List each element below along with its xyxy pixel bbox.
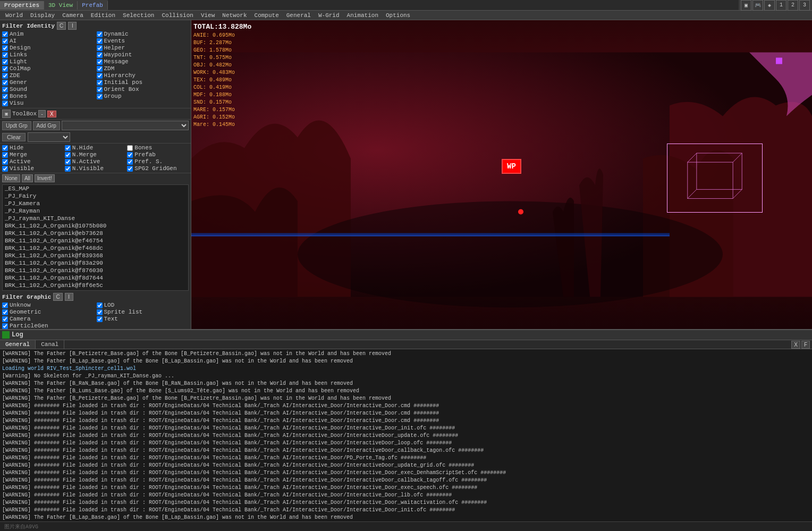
log-x-btn[interactable]: X — [791, 341, 800, 349]
menu-general[interactable]: General — [283, 12, 314, 19]
tab-prefab[interactable]: Prefab — [78, 1, 108, 10]
filter-identity-c-btn[interactable]: C — [57, 22, 66, 30]
toolbar-icon-4[interactable]: 1 — [776, 0, 786, 11]
check-spritelist[interactable]: Sprite list — [97, 309, 189, 315]
tab-properties[interactable]: Properties — [0, 1, 44, 10]
check-nhide[interactable]: N.Hide — [65, 145, 126, 151]
viewport[interactable]: TOTAL:13.828Mo ANIE: 0.695Mo BUF: 2.287M… — [191, 20, 812, 329]
check-design[interactable]: Design — [2, 45, 95, 51]
menu-network[interactable]: Network — [219, 12, 250, 19]
menu-edition[interactable]: Edition — [88, 12, 119, 19]
check-dynamic[interactable]: Dynamic — [97, 31, 189, 37]
check-visu[interactable]: Visu — [2, 100, 95, 106]
menu-selection[interactable]: Selection — [120, 12, 157, 19]
menu-compute[interactable]: Compute — [251, 12, 282, 19]
add-grp-btn[interactable]: Add Grp — [33, 121, 60, 130]
check-lod[interactable]: LOD — [97, 302, 189, 308]
check-light[interactable]: Light — [2, 58, 95, 65]
menu-options[interactable]: Options — [383, 12, 413, 19]
toolbar-icon-2[interactable]: 🎮 — [752, 0, 763, 11]
list-item-pjfairy[interactable]: _PJ_Fairy — [3, 192, 188, 200]
check-bones[interactable]: Bones — [2, 93, 95, 99]
check-bones-vis[interactable]: Bones — [127, 145, 189, 151]
log-tab-canal[interactable]: Canal — [36, 340, 64, 349]
toolbar-icon-1[interactable]: ▣ — [741, 0, 751, 11]
check-orientbox[interactable]: Orient Box — [97, 86, 189, 92]
updt-grp-btn[interactable]: Updt Grp — [2, 121, 31, 130]
toolbox-minus-btn[interactable]: - — [38, 110, 46, 117]
check-events[interactable]: Events — [97, 38, 189, 44]
second-menubar: World Display Camera Edition Selection C… — [0, 11, 812, 20]
check-gener[interactable]: Gener — [2, 79, 95, 86]
check-unknow[interactable]: Unknow — [2, 302, 95, 308]
check-merge[interactable]: Merge — [2, 151, 64, 158]
list-item-brk7[interactable]: BRK_11_102_A_Organik@f876030 — [3, 267, 188, 274]
check-group[interactable]: Group — [97, 93, 189, 99]
list-item-brk1[interactable]: BRK_11_102_A_Organik@1075b080 — [3, 222, 188, 230]
check-links[interactable]: Links — [2, 52, 95, 58]
options-dropdown[interactable] — [28, 132, 70, 142]
list-item-brk6[interactable]: BRK_11_102_A_Organik@f83a290 — [3, 259, 188, 267]
check-hierarchy[interactable]: Hierarchy — [97, 72, 189, 79]
toolbar-icon-6[interactable]: 3 — [799, 0, 810, 11]
list-item-brk10[interactable]: BRK_11_102_A_Organik@f8f6f6c — [3, 289, 188, 291]
check-sound[interactable]: Sound — [2, 86, 95, 92]
check-message[interactable]: Message — [97, 58, 189, 65]
check-camera[interactable]: Camera — [2, 316, 95, 322]
menu-camera[interactable]: Camera — [59, 12, 87, 19]
menu-world[interactable]: World — [2, 12, 26, 19]
check-spg2[interactable]: SPG2 GridGen — [127, 165, 189, 172]
check-hide[interactable]: Hide — [2, 145, 64, 151]
menu-collision[interactable]: Collision — [158, 12, 196, 19]
group-select[interactable] — [62, 121, 189, 130]
check-helper[interactable]: Helper — [97, 45, 189, 51]
list-item-brk3[interactable]: BRK_11_102_A_Organik@ef46754 — [3, 237, 188, 245]
log-content[interactable]: [WARNING] The Father [B_Petizetre_Base.g… — [0, 349, 812, 531]
check-nmerge[interactable]: N.Merge — [65, 151, 126, 158]
filter-graphic-c-btn[interactable]: C — [53, 293, 62, 301]
list-item-brk4[interactable]: BRK_11_102_A_Organik@ef468dc — [3, 245, 188, 252]
toolbar-icon-3[interactable]: ◈ — [764, 0, 775, 11]
toolbox-x-btn[interactable]: X — [47, 111, 56, 117]
tab-3dview[interactable]: 3D View — [44, 1, 78, 10]
list-item-pjkamera[interactable]: _PJ_Kamera — [3, 200, 188, 207]
log-tab-general[interactable]: General — [0, 340, 36, 349]
log-f-btn[interactable]: F — [801, 341, 810, 349]
menu-wgrid[interactable]: W-Grid — [315, 12, 343, 19]
list-item-esmap[interactable]: _ES_MAP — [3, 185, 188, 192]
check-colmap[interactable]: ColMap — [2, 65, 95, 72]
none-btn[interactable]: None — [2, 174, 20, 182]
check-geometric[interactable]: Geometric — [2, 309, 95, 315]
list-item-brk2[interactable]: BRK_11_102_A_Organik@eb73628 — [3, 230, 188, 237]
check-anim[interactable]: Anim — [2, 31, 95, 37]
filter-graphic-i-btn[interactable]: I — [65, 293, 73, 301]
check-particlegen[interactable]: ParticleGen — [2, 323, 95, 329]
check-active[interactable]: Active — [2, 158, 64, 165]
toolbar-icon-5[interactable]: 2 — [788, 0, 798, 11]
all-btn[interactable]: All — [22, 174, 33, 182]
check-prefs[interactable]: Pref. S. — [127, 158, 189, 165]
objects-list[interactable]: _ES_MAP _PJ_Fairy _PJ_Kamera _PJ_Rayman … — [2, 184, 189, 291]
check-text[interactable]: Text — [97, 316, 189, 322]
menu-view[interactable]: View — [198, 12, 218, 19]
clear-btn[interactable]: Clear — [2, 133, 26, 141]
list-item-pjrayman[interactable]: _PJ_Rayman — [3, 207, 188, 215]
check-nactive[interactable]: N.Active — [65, 158, 126, 165]
filter-identity-i-btn[interactable]: I — [68, 22, 77, 30]
check-initialpos[interactable]: Initial pos — [97, 79, 189, 86]
check-visible[interactable]: Visible — [2, 165, 64, 172]
invert-btn[interactable]: Invert! — [35, 174, 55, 182]
list-item-brk8[interactable]: BRK_11_102_A_Organik@f8d7644 — [3, 274, 188, 282]
list-item-brk5[interactable]: BRK_11_102_A_Organik@f839368 — [3, 252, 188, 259]
check-ai[interactable]: AI — [2, 38, 95, 44]
list-item-pjraymankitdanse[interactable]: _PJ_rayman_KIT_Danse — [3, 215, 188, 222]
log-line-15: [WARNING] ######## File loaded in trash … — [2, 454, 810, 462]
menu-display[interactable]: Display — [27, 12, 58, 19]
check-zdm[interactable]: ZDM — [97, 65, 189, 72]
menu-animation[interactable]: Animation — [344, 12, 382, 19]
check-prefab[interactable]: Prefab — [127, 151, 189, 158]
list-item-brk9[interactable]: BRK_11_102_A_Organik@f8f6e5c — [3, 282, 188, 289]
check-waypoint[interactable]: Waypoint — [97, 52, 189, 58]
check-nvisible[interactable]: N.Visible — [65, 165, 126, 172]
check-zde[interactable]: ZDE — [2, 72, 95, 79]
